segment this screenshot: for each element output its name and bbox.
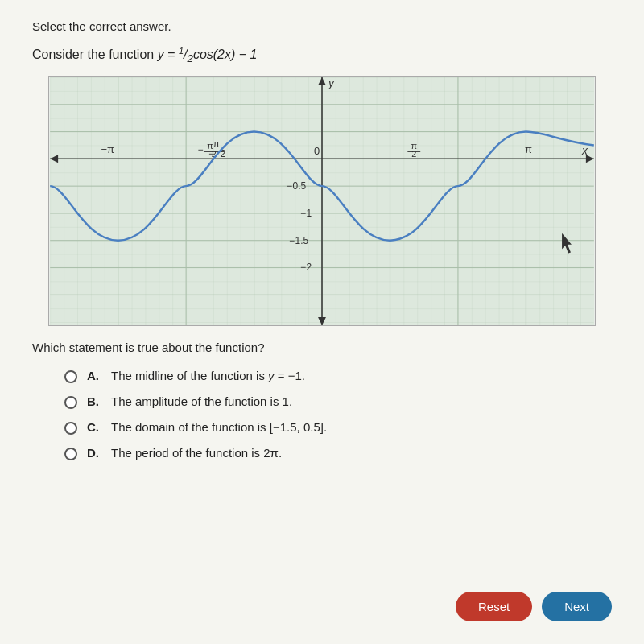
radio-d[interactable] [64, 448, 77, 460]
instruction-text: Select the correct answer. [32, 19, 612, 33]
svg-text:x: x [581, 144, 588, 157]
option-b-letter: B. [87, 394, 101, 408]
svg-text:0: 0 [314, 145, 320, 157]
svg-text:−2: −2 [301, 262, 312, 273]
option-a-letter: A. [87, 369, 101, 382]
answer-options: A. The midline of the function is y = −1… [32, 369, 612, 460]
option-d[interactable]: D. The period of the function is 2π. [64, 446, 612, 460]
option-c-letter: C. [87, 420, 101, 434]
function-intro: Consider the function [32, 47, 158, 61]
radio-b[interactable] [64, 396, 77, 409]
option-c[interactable]: C. The domain of the function is [−1.5, … [64, 420, 612, 435]
radio-c[interactable] [64, 422, 77, 435]
reset-button[interactable]: Reset [456, 592, 532, 621]
next-button[interactable]: Next [542, 592, 612, 621]
svg-text:−1: −1 [301, 207, 312, 218]
function-formula: y = 1/2cos(2x) − 1 [158, 47, 258, 61]
question-text: Which statement is true about the functi… [32, 341, 612, 354]
svg-text:−0.5: −0.5 [287, 180, 307, 192]
svg-text:−π: −π [101, 143, 115, 155]
radio-a[interactable] [64, 370, 77, 383]
svg-text:π: π [525, 143, 532, 155]
option-b[interactable]: B. The amplitude of the function is 1. [64, 394, 612, 409]
action-buttons: Reset Next [456, 592, 612, 621]
svg-text:2: 2 [411, 149, 416, 159]
option-b-text: The amplitude of the function is 1. [111, 394, 292, 408]
svg-text:−: − [198, 144, 204, 155]
graph-area: y x −π π − 2 π 2 − 0 π 2 π [48, 76, 596, 326]
option-a[interactable]: A. The midline of the function is y = −1… [64, 369, 612, 383]
option-d-letter: D. [87, 446, 101, 460]
option-c-text: The domain of the function is [−1.5, 0.5… [111, 420, 327, 434]
option-a-text: The midline of the function is y = −1. [111, 369, 305, 382]
option-d-text: The period of the function is 2π. [111, 446, 282, 460]
svg-text:y: y [328, 77, 335, 89]
function-description: Consider the function y = 1/2cos(2x) − 1 [32, 46, 612, 65]
svg-text:−1.5: −1.5 [290, 234, 309, 246]
